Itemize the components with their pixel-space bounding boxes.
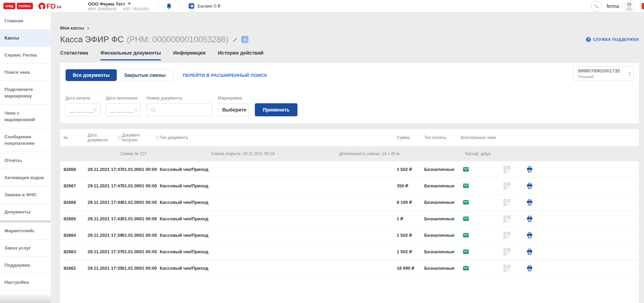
- ofd-ru-logo[interactable]: FD .ru: [38, 2, 61, 10]
- qr-code-icon[interactable]: [504, 248, 510, 255]
- breadcrumb-link[interactable]: Мои кассы: [60, 25, 84, 31]
- qr-code-icon[interactable]: [504, 232, 510, 239]
- receipt-icon[interactable]: [527, 265, 533, 271]
- qr-code-icon[interactable]: [504, 183, 510, 189]
- table-row[interactable]: 82665 29.11.2021 17:43 01.01.0001 00:00 …: [64, 211, 639, 227]
- user-name: ferma: [607, 3, 619, 9]
- info-icon[interactable]: [155, 136, 160, 140]
- cell-doc-number: 82662: [64, 266, 88, 271]
- table-row[interactable]: 82666 29.11.2021 17:44 01.01.0001 00:00 …: [64, 194, 639, 211]
- fn-selector[interactable]: 9999078902001735 Текущий: [573, 66, 634, 81]
- email-sent-icon[interactable]: [463, 200, 469, 205]
- support-phone-icon[interactable]: [591, 1, 601, 11]
- table-row[interactable]: 82668 29.11.2021 17:47 01.01.0001 00:00 …: [64, 161, 639, 178]
- divider: [158, 2, 158, 10]
- edit-pencil-icon[interactable]: [233, 37, 237, 42]
- toggle-closed-shifts[interactable]: Закрытые смены: [117, 69, 173, 81]
- qr-code-icon[interactable]: [504, 166, 510, 173]
- tab-statistika[interactable]: Статистика: [60, 50, 88, 60]
- email-sent-icon[interactable]: [463, 233, 469, 237]
- table-row[interactable]: 82663 29.11.2021 17:37 01.01.0001 00:00 …: [64, 244, 639, 260]
- sidebar-item-zayavki-v-fns[interactable]: Заявки в ФНС: [0, 186, 51, 203]
- shift-cashier: Кассир: galya: [465, 151, 490, 156]
- receipt-icon[interactable]: [527, 199, 533, 206]
- avatar[interactable]: [624, 1, 634, 11]
- email-sent-icon[interactable]: [463, 167, 469, 172]
- email-sent-icon[interactable]: [463, 217, 469, 221]
- sidebar-item-kassy[interactable]: Кассы: [0, 30, 51, 47]
- cell-received: 01.01.0001 00:00: [122, 216, 160, 221]
- sidebar-item-zakaz-uslug[interactable]: Заказ услуг: [0, 240, 51, 257]
- company-selector[interactable]: ООО Ферма Тест ИНН: 3245001416 КПП: 7841…: [88, 1, 149, 11]
- col-payment-type: Тип оплаты: [424, 135, 446, 140]
- receipt-icon[interactable]: [527, 249, 533, 255]
- table-body: 82668 29.11.2021 17:47 01.01.0001 00:00 …: [64, 161, 639, 277]
- sidebar-item-otchety[interactable]: Отчёты: [0, 152, 51, 169]
- date-from-label: Дата начала: [65, 96, 100, 101]
- sidebar-item-glavnaya[interactable]: Главная: [0, 12, 51, 30]
- date-from-input[interactable]: __.__.____: [65, 103, 100, 116]
- question-icon: [586, 37, 591, 42]
- receipt-icon[interactable]: [527, 232, 533, 238]
- balance-widget[interactable]: Баланс 0 ₽: [189, 3, 221, 9]
- cell-payment-type: Безналичные: [424, 183, 460, 188]
- divider: [495, 154, 634, 154]
- toggle-all-documents[interactable]: Все документы: [66, 69, 117, 81]
- export-document-icon[interactable]: [241, 36, 248, 43]
- cell-payment-type: Безналичные: [424, 266, 460, 271]
- page-title: Касса ЭФИР ФС: [60, 35, 124, 44]
- qr-code-icon[interactable]: [504, 199, 510, 206]
- date-to-input[interactable]: __.__.____: [106, 103, 141, 116]
- tab-istoriya-deystviy[interactable]: История действий: [218, 50, 263, 60]
- receipt-icon[interactable]: [527, 183, 533, 189]
- sidebar-item-servis-ferma[interactable]: Сервис Ferma: [0, 47, 51, 64]
- receipt-icon[interactable]: [527, 216, 533, 222]
- table-row[interactable]: 82667 29.11.2021 17:47 01.01.0001 00:00 …: [64, 178, 639, 194]
- sidebar-item-podderzhka[interactable]: Поддержка: [0, 257, 51, 274]
- cell-e-receipts: [460, 215, 639, 222]
- cell-amount: 350 ₽: [397, 183, 424, 188]
- cell-e-receipts: [460, 232, 639, 239]
- cell-received: 01.01.0001 00:00: [122, 200, 160, 205]
- tab-informatsiya[interactable]: Информация: [173, 50, 205, 60]
- company-kpp: КПП: 784101001: [123, 7, 149, 11]
- calendar-icon[interactable]: [134, 107, 137, 113]
- cell-received: 01.01.0001 00:00: [122, 167, 160, 172]
- sidebar-item-cheki-s-markirovkoy[interactable]: Чеки с маркировкой: [0, 105, 51, 128]
- notifications-bell-icon[interactable]: [166, 3, 172, 9]
- email-sent-icon[interactable]: [463, 249, 469, 254]
- qr-code-icon[interactable]: [504, 265, 510, 272]
- table-row[interactable]: 82664 29.11.2021 17:39 01.01.0001 00:00 …: [64, 227, 639, 244]
- sidebar-item-marketpleys[interactable]: Маркетплейс: [0, 221, 51, 240]
- info-icon[interactable]: [117, 136, 122, 140]
- email-sent-icon[interactable]: [463, 184, 469, 188]
- sidebar-item-dokumenty[interactable]: Документы: [0, 203, 51, 221]
- support-link[interactable]: СЛУЖБА ПОДДЕРЖКИ: [586, 37, 639, 42]
- sidebar-item-soobshcheniya-pokupatelyam[interactable]: Сообщения покупателям: [0, 128, 51, 152]
- cell-e-receipts: [460, 199, 639, 206]
- table-row[interactable]: 82662 29.11.2021 17:35 01.01.0001 00:00 …: [64, 260, 639, 277]
- sidebar-item-aktivatsiya-kodov[interactable]: Активация кодов: [0, 169, 51, 186]
- sidebar-item-nastroyki[interactable]: Настройки: [0, 274, 51, 291]
- marking-select[interactable]: Выберите: [218, 103, 249, 116]
- sidebar-item-poisk-cheka[interactable]: Поиск чека: [0, 64, 51, 81]
- advanced-search-link[interactable]: ПЕРЕЙТИ В РАСШИРЕННЫЙ ПОИСК: [183, 73, 267, 78]
- ofd-badge-icon: ОФД: [3, 3, 15, 9]
- cell-received: 01.01.0001 00:00: [122, 183, 160, 188]
- cell-received: 01.01.0001 00:00: [122, 266, 160, 271]
- col-number: №: [64, 135, 68, 140]
- email-sent-icon[interactable]: [463, 266, 469, 270]
- divider: [151, 154, 206, 154]
- qr-code-icon[interactable]: [504, 215, 510, 222]
- edge-red-badge-icon[interactable]: [642, 3, 644, 9]
- calendar-icon[interactable]: [94, 107, 97, 113]
- tab-fiskalnye-dokumenty[interactable]: Фискальные документы: [100, 50, 161, 60]
- sidebar-item-podklyuchite-markirovku[interactable]: Подключите маркировку: [0, 81, 51, 105]
- doc-number-input[interactable]: [159, 107, 208, 113]
- shift-number: Смена № 127: [121, 151, 147, 156]
- cell-e-receipts: [460, 166, 639, 173]
- cell-amount: 1 502 ₽: [397, 233, 424, 238]
- breadcrumb[interactable]: Мои кассы ›: [60, 25, 639, 31]
- receipt-icon[interactable]: [527, 166, 533, 173]
- apply-button[interactable]: Применить: [255, 103, 297, 116]
